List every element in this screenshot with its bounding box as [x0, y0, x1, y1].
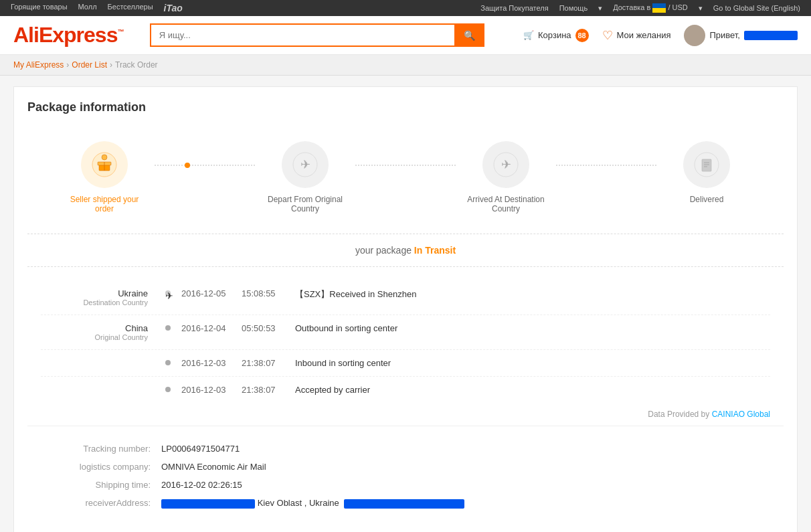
mall-link[interactable]: Молл	[78, 3, 97, 13]
heart-icon: ♡	[602, 28, 613, 43]
detail-shipping-time: Shipping time: 2016-12-02 02:26:15	[41, 476, 770, 494]
time-3: 21:38:07	[242, 358, 295, 368]
connector-3	[556, 141, 656, 166]
location-type-1: Destination Country	[41, 298, 148, 306]
step-label-delivered: Delivered	[690, 195, 724, 204]
data-provider-text: Data Provided by	[648, 410, 709, 419]
tracking-event-3: 2016-12-03 21:38:07 Inbound in sorting c…	[41, 350, 770, 377]
address-suffix: Kiev Oblast , Ukraine	[258, 498, 339, 508]
buyer-protection-link[interactable]: Защита Покупателя	[480, 4, 548, 12]
search-bar: 🔍	[150, 23, 484, 47]
wishlist-button[interactable]: ♡ Мои желания	[602, 28, 671, 43]
plane-icon-1: ✈	[165, 290, 171, 296]
event-text-1: 【SZX】Received in Shenzhen	[295, 288, 770, 300]
location-name-1: Ukraine	[41, 288, 148, 298]
breadcrumb-separator-1: ›	[66, 60, 69, 70]
user-greeting: Привет,	[709, 30, 740, 40]
hot-deals-link[interactable]: Горящие товары	[11, 3, 68, 13]
event-text-3: Inbound in sorting center	[295, 358, 770, 368]
breadcrumb: My AliExpress › Order List › Track Order	[0, 55, 811, 76]
step-seller-shipped: Seller shipped your order	[54, 141, 155, 213]
date-3: 2016-12-03	[175, 358, 242, 368]
status-value: In Transit	[414, 245, 456, 256]
dot-4	[161, 385, 175, 392]
breadcrumb-order-list[interactable]: Order List	[72, 60, 107, 70]
svg-text:✈: ✈	[300, 158, 310, 171]
username-blurred	[744, 31, 798, 40]
tracking-steps: Seller shipped your order ✈ Depart From …	[27, 128, 784, 227]
breadcrumb-my-aliexpress[interactable]: My AliExpress	[13, 60, 64, 70]
tracking-event-2: China Original Country 2016-12-04 05:50:…	[41, 315, 770, 350]
tracking-number-value: LP00064971504771	[161, 444, 770, 454]
help-link[interactable]: Помощь	[559, 4, 588, 12]
detail-tracking-number: Tracking number: LP00064971504771	[41, 440, 770, 458]
dot-3	[161, 358, 175, 365]
dot-icon-4	[165, 387, 171, 392]
dot-icon-3	[165, 360, 171, 365]
ukraine-flag-icon	[652, 3, 666, 13]
bestsellers-link[interactable]: Бестселлеры	[108, 3, 153, 13]
time-2: 05:50:53	[242, 323, 295, 333]
location-type-2: Original Country	[41, 333, 148, 341]
tracking-number-label: Tracking number:	[41, 444, 161, 454]
step-icon-delivered	[683, 141, 730, 188]
data-provider: Data Provided by CAINIAO Global	[27, 403, 784, 426]
svg-point-4	[102, 155, 107, 160]
package-details: Tracking number: LP00064971504771 logist…	[27, 426, 784, 526]
tracking-events: Ukraine Destination Country ✈ 2016-12-05…	[27, 280, 784, 403]
step-icon-arrived: ✈	[482, 141, 529, 188]
cart-count-badge: 88	[575, 29, 589, 42]
svg-text:✈: ✈	[501, 158, 511, 171]
cart-icon: 🛒	[523, 30, 534, 40]
itao-link[interactable]: iTao	[164, 3, 183, 13]
cart-button[interactable]: 🛒 Корзина 88	[523, 29, 589, 42]
dot-1: ✈	[161, 288, 175, 296]
search-button[interactable]: 🔍	[454, 23, 484, 47]
date-4: 2016-12-03	[175, 385, 242, 395]
location-name-2: China	[41, 323, 148, 333]
connector-1	[155, 141, 255, 166]
step-label-depart: Depart From Original Country	[265, 195, 345, 213]
connector-2	[355, 141, 456, 166]
logistics-company-label: logistics company:	[41, 462, 161, 472]
wishlist-label: Мои желания	[617, 30, 671, 40]
site-header: AliExpress™ 🔍 🛒 Корзина 88 ♡ Мои желания…	[0, 16, 811, 55]
svg-rect-10	[702, 159, 711, 171]
package-card: Package information Seller shipped y	[13, 86, 798, 532]
step-icon-seller	[81, 141, 128, 188]
breadcrumb-separator-2: ›	[110, 60, 112, 70]
time-1: 15:08:55	[242, 288, 295, 298]
step-arrived: ✈ Arrived At Destination Country	[456, 141, 556, 213]
delivery-link[interactable]: Доставка в / USD	[613, 3, 688, 13]
time-4: 21:38:07	[242, 385, 295, 395]
step-label-arrived: Arrived At Destination Country	[466, 195, 546, 213]
status-prefix: your package	[355, 245, 412, 256]
detail-logistics-company: logistics company: OMNIVA Economic Air M…	[41, 458, 770, 476]
logistics-company-value: OMNIVA Economic Air Mail	[161, 462, 770, 472]
receiver-address-label: receiverAddress:	[41, 498, 161, 509]
aliexpress-logo: AliExpress™	[13, 23, 123, 48]
location-2: China Original Country	[41, 323, 161, 341]
shipping-time-label: Shipping time:	[41, 480, 161, 490]
top-nav-links: Горящие товары Молл Бестселлеры iTao	[11, 3, 470, 13]
search-input[interactable]	[150, 23, 454, 47]
tracking-event-4: 2016-12-03 21:38:07 Accepted by carrier	[41, 377, 770, 403]
global-site-link[interactable]: Go to Global Site (English)	[713, 4, 800, 12]
breadcrumb-track-order: Track Order	[115, 60, 158, 70]
cainiao-link[interactable]: CAINIAO Global	[712, 410, 770, 419]
user-button[interactable]: Привет,	[684, 25, 798, 46]
top-navigation: Горящие товары Молл Бестселлеры iTao Защ…	[0, 0, 811, 16]
step-depart: ✈ Depart From Original Country	[255, 141, 355, 213]
package-title: Package information	[27, 100, 784, 114]
step-label-seller: Seller shipped your order	[64, 195, 145, 213]
date-2: 2016-12-04	[175, 323, 242, 333]
shipping-time-value: 2016-12-02 02:26:15	[161, 480, 770, 490]
location-1: Ukraine Destination Country	[41, 288, 161, 306]
address-blurred-1	[161, 499, 255, 509]
cart-label: Корзина	[538, 30, 571, 40]
step-icon-depart: ✈	[282, 141, 329, 188]
top-nav-right: Защита Покупателя Помощь ▾ Доставка в / …	[480, 3, 800, 13]
status-text: your package In Transit	[27, 234, 784, 267]
header-right: 🛒 Корзина 88 ♡ Мои желания Привет,	[523, 25, 798, 46]
dot-icon-2	[165, 325, 171, 331]
